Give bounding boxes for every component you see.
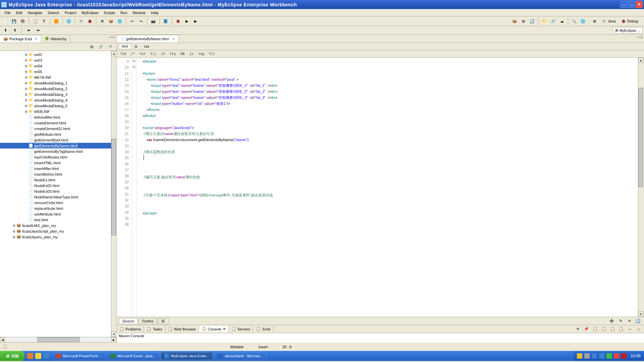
tree-item[interactable]: ⊞📦itcastJavaScript_plan_my bbox=[0, 228, 111, 234]
link-icon[interactable]: 🔗 bbox=[97, 43, 105, 51]
forward-button[interactable]: ➡ bbox=[34, 26, 42, 35]
tree-item[interactable]: ⊞📦itcastJquery_plan_my bbox=[0, 234, 111, 240]
tree-item[interactable]: 📄test.html bbox=[0, 217, 111, 223]
code-editor[interactable]: 9101112131415161718192021222324252627282… bbox=[117, 58, 644, 317]
new-button[interactable]: 📄 bbox=[1, 17, 9, 25]
save-button[interactable]: 💾 bbox=[10, 17, 18, 25]
tree-item[interactable]: ⊞📁showModalDialog_5 bbox=[0, 103, 111, 109]
collapse-all-icon[interactable]: ⊟ bbox=[88, 43, 96, 51]
snippet-button[interactable]: log bbox=[197, 52, 205, 56]
run-button[interactable]: ▶ bbox=[183, 17, 191, 25]
vertical-scrollbar[interactable]: ▲ ▼ bbox=[111, 51, 116, 337]
tb-icon[interactable]: ⬆ bbox=[11, 26, 19, 35]
tree-item[interactable]: 📄NodeEx.html bbox=[0, 177, 111, 183]
snippet-button[interactable]: f() bbox=[208, 52, 216, 56]
panel-tab-problems[interactable]: 📋 Problems bbox=[117, 326, 144, 332]
tb-icon[interactable]: 📷 bbox=[149, 17, 157, 25]
tree-item[interactable]: 📄replaceNode.html bbox=[0, 205, 111, 211]
tb-icon[interactable]: ↪ bbox=[137, 17, 145, 25]
panel-tab-junit[interactable]: 📋 JUnit bbox=[253, 326, 273, 332]
close-icon[interactable]: ✕ bbox=[35, 37, 38, 41]
tb-icon[interactable]: ¶ bbox=[40, 17, 48, 25]
close-icon[interactable]: ✕ bbox=[574, 325, 582, 333]
quicklaunch-icon[interactable] bbox=[35, 353, 41, 359]
filter-icon[interactable]: ▽ bbox=[106, 43, 114, 51]
tb-icon[interactable]: ☕ bbox=[77, 17, 85, 25]
save-all-button[interactable]: 📚 bbox=[19, 17, 27, 25]
menu-navigate[interactable]: Navigate bbox=[25, 10, 45, 15]
tree-item[interactable]: 📄insertBefore.html bbox=[0, 171, 111, 177]
tb-icon[interactable]: ⚙ bbox=[98, 17, 106, 25]
tray-icon[interactable] bbox=[577, 353, 582, 359]
tb-icon[interactable]: 📋 bbox=[608, 325, 616, 333]
tree-item[interactable]: ⊞📁ex02 bbox=[0, 52, 111, 57]
minimize-button[interactable]: ─ bbox=[620, 1, 627, 8]
tree-item[interactable]: ⊞📁showModalDialog_1 bbox=[0, 80, 111, 86]
tree-item[interactable]: ⊞📁ex05 bbox=[0, 69, 111, 74]
tree-item[interactable]: ⊞📁ex03 bbox=[0, 57, 111, 63]
minimize-icon[interactable]: ─ bbox=[637, 35, 640, 43]
perspective-debug[interactable]: 🐞 Debug bbox=[619, 18, 640, 24]
tb-icon[interactable]: 🌐 bbox=[579, 17, 587, 25]
snippet-button[interactable]: try bbox=[168, 52, 177, 56]
perspective-myeclipse[interactable]: ⊞ MyEclipse ... bbox=[613, 27, 643, 34]
tb-icon[interactable]: 🔗 bbox=[549, 17, 557, 25]
hierarchy-tab[interactable]: 🌳 Hierarchy bbox=[41, 35, 70, 43]
taskbar-item[interactable]: Microsoft PowerPoint ... bbox=[53, 352, 106, 360]
add-icon[interactable]: ➕ bbox=[608, 317, 616, 325]
tree-item[interactable]: 📄createElement.html bbox=[0, 120, 111, 126]
maximize-icon[interactable]: □ bbox=[113, 35, 115, 43]
menu-window[interactable]: Window bbox=[130, 10, 148, 15]
tree-item[interactable]: 📄NodeEx03.html bbox=[0, 188, 111, 194]
tb-icon[interactable]: ↩ bbox=[128, 17, 136, 25]
snippet-button[interactable]: f() bbox=[149, 52, 158, 56]
menu-myeclipse[interactable]: MyEclipse bbox=[79, 10, 101, 15]
start-button[interactable]: ⊞ 开始 bbox=[0, 351, 24, 361]
perspective-java[interactable]: ☕ Java bbox=[600, 18, 618, 24]
tb-icon[interactable]: 🟧 bbox=[52, 17, 60, 25]
tray-icon[interactable] bbox=[584, 353, 590, 359]
max-icon[interactable]: □ bbox=[635, 325, 643, 333]
tree-item[interactable]: 📄beforeAfter.html bbox=[0, 114, 111, 120]
menu-help[interactable]: Help bbox=[148, 10, 161, 15]
tree-item[interactable]: ⊞📁showModalDialog_3 bbox=[0, 92, 111, 97]
maximize-icon[interactable]: □ bbox=[640, 35, 643, 43]
close-icon[interactable]: ✕ bbox=[172, 37, 175, 41]
edit-icon[interactable]: ✎ bbox=[616, 317, 625, 325]
tb-icon[interactable]: ⬇ bbox=[1, 26, 9, 35]
run-ext-button[interactable]: ▶ bbox=[192, 17, 200, 25]
snippet-button[interactable]: ?id bbox=[119, 52, 127, 56]
perspective-switcher-icon[interactable]: ⊞ bbox=[590, 17, 598, 25]
lang-tab-html[interactable]: html bbox=[119, 44, 131, 49]
maximize-button[interactable]: □ bbox=[628, 1, 635, 8]
tray-icon[interactable] bbox=[614, 353, 619, 359]
clock[interactable]: 10:06 bbox=[629, 354, 641, 358]
tb-icon[interactable]: ☁ bbox=[558, 17, 566, 25]
tb-icon[interactable]: 🌐 bbox=[116, 17, 124, 25]
package-tree[interactable]: ⊞📁ex02⊞📁ex03⊞📁ex04⊞📁ex05⊞📁META-INF⊞📁show… bbox=[0, 51, 111, 337]
editor-view-tab[interactable]: Firefox bbox=[139, 318, 157, 324]
tb-icon[interactable]: 📦 bbox=[107, 17, 115, 25]
tb-icon[interactable]: 🌐 bbox=[65, 17, 73, 25]
taskbar-item[interactable]: about:blank - Microso... bbox=[214, 352, 267, 360]
tb-icon[interactable]: 📋 bbox=[617, 325, 625, 333]
panel-tab-tasks[interactable]: 📋 Tasks bbox=[144, 326, 165, 332]
tray-icon[interactable] bbox=[606, 353, 612, 359]
close-icon[interactable]: ✕ bbox=[223, 327, 226, 331]
tb-icon[interactable]: ⊞ bbox=[519, 17, 527, 25]
tree-item[interactable]: ⊞📁WEB-INF bbox=[0, 109, 111, 114]
tray-icon[interactable] bbox=[599, 353, 604, 359]
quicklaunch-icon[interactable] bbox=[27, 353, 33, 359]
tree-item[interactable]: 📄createElement01.html bbox=[0, 126, 111, 131]
tree-item[interactable]: 📄removeChild.html bbox=[0, 200, 111, 205]
panel-tab-web-browser[interactable]: 📋 Web Browser bbox=[165, 326, 199, 332]
tree-item[interactable]: 📄getAttribute.html bbox=[0, 131, 111, 137]
tb-icon[interactable]: 📘 bbox=[162, 17, 170, 25]
menu-search[interactable]: Search bbox=[45, 10, 62, 15]
editor-view-tab[interactable]: IE bbox=[158, 318, 168, 324]
tree-item[interactable]: ⊞📦itcastAJAX_plan_my bbox=[0, 223, 111, 228]
menu-file[interactable]: File bbox=[2, 10, 13, 15]
refresh-icon[interactable]: 🔄 bbox=[634, 317, 642, 325]
tray-icon[interactable] bbox=[592, 353, 597, 359]
tree-item[interactable]: 📄getElementsByName.html bbox=[0, 143, 111, 148]
